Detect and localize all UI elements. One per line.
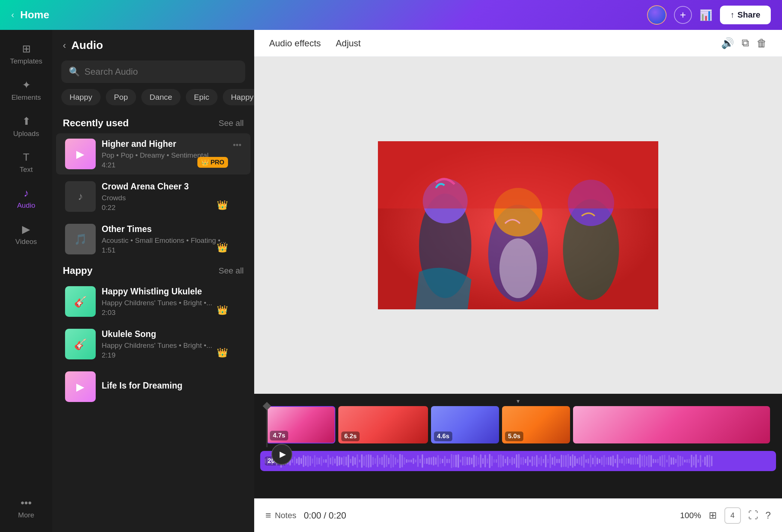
volume-icon[interactable]: 🔊 <box>721 37 734 49</box>
templates-label: Templates <box>10 57 43 65</box>
audio-item-crowd-arena[interactable]: ♪ Crowd Arena Cheer 3 Crowds 0:22 👑 <box>56 176 250 217</box>
help-icon[interactable]: ? <box>766 510 771 521</box>
bottom-icons: ⊞ 4 ⛶ ? <box>709 507 771 524</box>
timeline-area: ▾ 4.7s 6.2s 4.6s <box>254 394 782 498</box>
video-clip-2[interactable]: 6.2s <box>338 406 428 443</box>
audio-panel: ‹ Audio 🔍 Happy Pop Dance Epic Happy b ›… <box>52 30 254 532</box>
notes-button[interactable]: ≡ Notes <box>265 510 296 521</box>
tab-audio-effects[interactable]: Audio effects <box>269 35 321 52</box>
life-dreaming-play-icon: ▶ <box>76 381 84 393</box>
audio-item-higher-and-higher[interactable]: ▶ Higher and Higher Pop • Pop • Dreamy •… <box>56 133 250 174</box>
add-button[interactable]: + <box>674 6 692 24</box>
more-icon: ••• <box>21 497 31 509</box>
preview-svg <box>378 141 658 309</box>
life-dreaming-name: Life Is for Dreaming <box>102 381 241 391</box>
chip-dance[interactable]: Dance <box>141 89 181 105</box>
expand-icon[interactable]: ⛶ <box>748 510 758 521</box>
audio-back-button[interactable]: ‹ <box>63 40 66 51</box>
text-icon: T <box>23 151 29 163</box>
video-clip-3[interactable]: 4.6s <box>431 406 499 443</box>
duplicate-icon[interactable]: ⧉ <box>742 37 749 49</box>
search-bar[interactable]: 🔍 <box>61 61 245 83</box>
happy-see-all[interactable]: See all <box>219 266 244 276</box>
recently-used-header: Recently used See all <box>52 113 254 133</box>
video-clip-5[interactable] <box>573 406 770 443</box>
higher-and-higher-thumb: ▶ <box>65 139 96 169</box>
audio-item-happy-whistling[interactable]: 🎸 Happy Whistling Ukulele Happy Children… <box>56 281 250 322</box>
videos-label: Videos <box>15 238 37 246</box>
collapse-icon: ▾ <box>517 398 520 405</box>
share-label: Share <box>738 10 760 20</box>
play-icon: ▶ <box>76 148 84 160</box>
chip-pop[interactable]: Pop <box>106 89 136 105</box>
crowd-arena-name: Crowd Arena Cheer 3 <box>102 182 241 192</box>
audio-waveform <box>260 451 776 471</box>
timeline-clips-container: 4.7s 6.2s 4.6s 5.0s <box>254 406 782 446</box>
crowd-arena-badge: 👑 <box>217 200 228 210</box>
audio-item-life-dreaming[interactable]: ▶ Life Is for Dreaming <box>56 366 250 407</box>
crown-icon-4: 👑 <box>217 347 228 358</box>
audio-item-other-times[interactable]: 🎵 Other Times Acoustic • Small Emotions … <box>56 219 250 260</box>
video-clip-4[interactable]: 5.0s <box>502 406 570 443</box>
home-label: Home <box>20 9 49 21</box>
happy-whistling-name: Happy Whistling Ukulele <box>102 287 241 297</box>
share-icon: ↑ <box>730 10 735 20</box>
timeline-collapse-button[interactable]: ▾ <box>254 394 782 406</box>
delete-icon[interactable]: 🗑 <box>757 37 767 49</box>
topbar-right: + 📊 ↑ Share <box>647 5 771 25</box>
sidebar-item-uploads[interactable]: ⬆ Uploads <box>4 110 49 143</box>
more-label: More <box>18 511 34 519</box>
search-icon: 🔍 <box>69 66 80 77</box>
chip-epic[interactable]: Epic <box>186 89 218 105</box>
ukulele-song-icon: 🎸 <box>74 338 87 350</box>
ukulele-song-name: Ukulele Song <box>102 329 241 339</box>
happy-whistling-thumb: 🎸 <box>65 286 96 317</box>
bottom-bar: ≡ Notes 0:00 / 0:20 100% ⊞ 4 ⛶ ? <box>254 498 782 532</box>
topbar: ‹ Home + 📊 ↑ Share <box>0 0 782 30</box>
sidebar-item-elements[interactable]: ✦ Elements <box>4 74 49 107</box>
playhead <box>266 406 268 447</box>
content-header: Audio effects Adjust 🔊 ⧉ 🗑 <box>254 30 782 57</box>
clip-2-duration: 6.2s <box>341 432 360 441</box>
text-label: Text <box>20 166 33 174</box>
happy-section-header: Happy See all <box>52 260 254 280</box>
clip-3-duration: 4.6s <box>434 432 452 441</box>
uploads-label: Uploads <box>13 130 39 138</box>
svg-rect-7 <box>378 141 658 208</box>
audio-track[interactable]: 20.6s <box>260 451 776 471</box>
other-times-badge: 👑 <box>217 242 228 253</box>
sidebar-item-text[interactable]: T Text <box>4 146 49 179</box>
clip-1-duration: 4.7s <box>270 431 288 440</box>
sidebar-item-videos[interactable]: ▶ Videos <box>4 218 49 251</box>
life-dreaming-info: Life Is for Dreaming <box>102 381 241 393</box>
chip-happyb[interactable]: Happy b <box>223 89 254 105</box>
share-button[interactable]: ↑ Share <box>720 6 771 24</box>
uploads-icon: ⬆ <box>22 115 31 127</box>
tab-adjust[interactable]: Adjust <box>336 35 361 52</box>
audio-item-ukulele-song[interactable]: 🎸 Ukulele Song Happy Childrens' Tunes • … <box>56 324 250 365</box>
sidebar-item-audio[interactable]: ♪ Audio <box>4 182 49 215</box>
play-button-timeline[interactable]: ▶ <box>271 444 292 465</box>
other-times-thumb: 🎵 <box>65 224 96 254</box>
other-times-name: Other Times <box>102 224 241 234</box>
sidebar-item-templates[interactable]: ⊞ Templates <box>4 37 49 71</box>
higher-and-higher-more-button[interactable]: ••• <box>231 139 243 151</box>
search-input[interactable] <box>84 66 238 77</box>
home-button[interactable]: Home <box>20 9 49 21</box>
timeline-scrubber: 4.7s 6.2s 4.6s 5.0s <box>260 406 776 443</box>
page-number[interactable]: 4 <box>724 507 741 524</box>
happy-section-title: Happy <box>63 265 92 276</box>
recently-used-see-all[interactable]: See all <box>219 118 244 128</box>
back-home-icon[interactable]: ‹ <box>11 10 14 20</box>
grid-view-icon[interactable]: ⊞ <box>709 510 717 521</box>
clip-4-duration: 5.0s <box>505 432 523 441</box>
higher-and-higher-badge: 👑 PRO <box>197 157 228 168</box>
sidebar-item-more[interactable]: ••• More <box>4 492 49 525</box>
avatar[interactable] <box>647 5 666 25</box>
chip-happy[interactable]: Happy <box>61 89 101 105</box>
video-clip-1[interactable]: 4.7s <box>266 406 335 443</box>
analytics-icon[interactable]: 📊 <box>699 9 712 21</box>
crown-icon-2: 👑 <box>217 242 228 253</box>
chips-row: Happy Pop Dance Epic Happy b › <box>52 89 254 113</box>
ukulele-song-thumb: 🎸 <box>65 329 96 359</box>
